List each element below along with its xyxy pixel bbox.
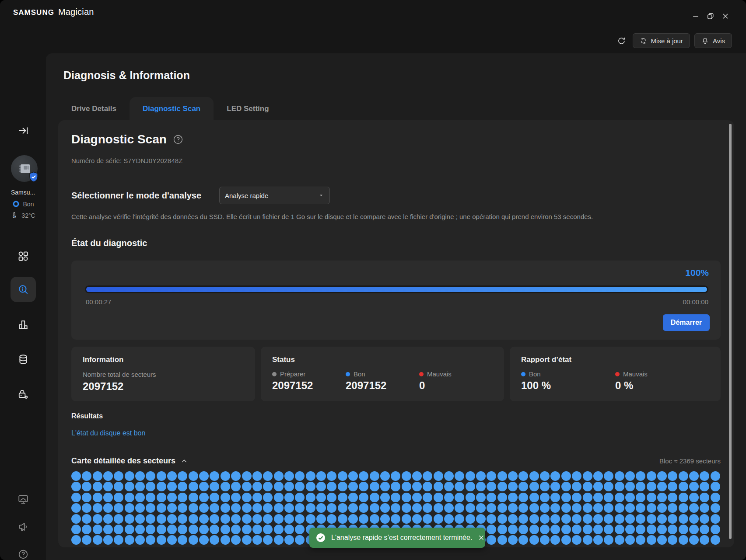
- tab-diagnostic-scan[interactable]: Diagnostic Scan: [130, 97, 214, 120]
- sector-dot: [700, 471, 709, 481]
- sector-dot: [466, 471, 475, 481]
- sector-dot: [295, 503, 305, 513]
- sector-dot: [434, 482, 443, 491]
- stat-value: 2097152: [272, 379, 346, 392]
- sector-dot: [679, 514, 688, 524]
- bar-chart-icon: [18, 319, 29, 330]
- sector-dot: [550, 535, 560, 545]
- sector-dot: [679, 482, 688, 491]
- sector-dot: [135, 471, 145, 481]
- close-button[interactable]: [719, 10, 732, 23]
- stat-label-text: Bon: [354, 370, 365, 378]
- sector-dot: [518, 471, 528, 481]
- sector-dot: [242, 525, 252, 534]
- scrollbar-thumb[interactable]: [729, 124, 732, 539]
- chevron-up-icon[interactable]: [181, 458, 188, 465]
- sector-dot: [487, 503, 496, 513]
- update-button[interactable]: Mise à jour: [633, 33, 690, 48]
- scan-mode-select[interactable]: Analyse rapide: [219, 187, 330, 204]
- sector-dot: [135, 525, 145, 534]
- sector-dot: [668, 482, 677, 491]
- tab-led-setting[interactable]: LED Setting: [214, 97, 282, 120]
- sector-dot: [221, 493, 230, 502]
- sector-dot: [518, 525, 528, 534]
- sector-dot: [593, 514, 603, 524]
- sector-dot: [284, 503, 294, 513]
- tab-drive-details[interactable]: Drive Details: [58, 97, 130, 120]
- sector-dot: [657, 503, 667, 513]
- sidebar-item-performance[interactable]: [17, 319, 29, 331]
- notice-button[interactable]: Avis: [694, 33, 732, 48]
- sector-dot: [625, 503, 635, 513]
- sector-dot: [274, 503, 284, 513]
- sector-dot: [402, 482, 411, 491]
- sector-dot: [529, 471, 539, 481]
- sidebar-item-help[interactable]: [17, 548, 29, 560]
- stat-bon: Bon2097152: [346, 370, 419, 392]
- sector-dot: [210, 471, 219, 481]
- sector-dot: [711, 503, 720, 513]
- progress-percent: 100%: [685, 268, 709, 278]
- sector-dot: [157, 493, 166, 502]
- toast-close-icon[interactable]: [477, 534, 485, 542]
- scan-mode-label: Sélectionner le mode d'analyse: [71, 191, 219, 201]
- sector-dot: [263, 514, 273, 524]
- sidebar-item-diagnosis[interactable]: [17, 283, 29, 296]
- sector-dot: [71, 471, 81, 481]
- drive-avatar[interactable]: [11, 155, 38, 182]
- sector-dot: [157, 525, 166, 534]
- sector-dot: [199, 535, 209, 545]
- sector-dot: [125, 514, 134, 524]
- sector-dot: [518, 482, 528, 491]
- sidebar-item-announcements[interactable]: [17, 521, 29, 533]
- sector-dot: [625, 535, 635, 545]
- sector-dot: [593, 535, 603, 545]
- sector-dot: [199, 525, 209, 534]
- sector-dot: [455, 503, 464, 513]
- sector-dot: [82, 482, 91, 491]
- sector-dot: [604, 471, 613, 481]
- sidebar-item-data-management[interactable]: [17, 353, 29, 365]
- sector-dot: [540, 471, 550, 481]
- restore-button[interactable]: [704, 10, 717, 23]
- sector-dot: [71, 493, 81, 502]
- sector-dot: [199, 514, 209, 524]
- sector-dot: [668, 535, 677, 545]
- sidebar-item-system[interactable]: [17, 493, 29, 505]
- sector-dot: [529, 482, 539, 491]
- sector-dot: [593, 525, 603, 534]
- sector-dot: [135, 514, 145, 524]
- sector-dot: [327, 493, 336, 502]
- sector-dot: [625, 482, 635, 491]
- sector-dot: [668, 493, 677, 502]
- status-stats: Préparer2097152Bon2097152Mauvais0: [272, 370, 493, 392]
- refresh-button[interactable]: [615, 33, 628, 48]
- sector-dot: [412, 514, 422, 524]
- lock-gear-icon: [18, 389, 29, 400]
- stat-value: 100 %: [521, 379, 615, 392]
- sector-dot: [657, 471, 667, 481]
- sector-dot: [561, 471, 571, 481]
- sector-dot: [668, 525, 677, 534]
- sector-dot: [338, 471, 347, 481]
- sector-dot: [391, 482, 400, 491]
- sidebar-item-dashboard[interactable]: [17, 250, 29, 262]
- sector-dot: [583, 471, 592, 481]
- sector-block-count: Bloc ≈ 2369 secteurs: [659, 457, 721, 465]
- status-card-title: Status: [272, 355, 493, 364]
- start-button[interactable]: Démarrer: [663, 314, 710, 331]
- minimize-button[interactable]: [689, 10, 702, 23]
- progress-card: 100% 00:00:27 00:00:00 Démarrer: [71, 261, 721, 340]
- sector-dot: [615, 471, 624, 481]
- sidebar-collapse-button[interactable]: [17, 125, 29, 137]
- sector-dot: [711, 482, 720, 491]
- sector-dot: [71, 503, 81, 513]
- success-toast: L'analyse rapide s’est correctement term…: [309, 528, 485, 548]
- sector-dot: [103, 482, 113, 491]
- sidebar-item-security[interactable]: [17, 388, 29, 400]
- sector-dot: [189, 503, 198, 513]
- sector-dot: [135, 482, 145, 491]
- scan-help-icon[interactable]: [173, 134, 183, 145]
- scan-section-title: Diagnostic Scan: [71, 132, 167, 146]
- sector-dot: [625, 525, 635, 534]
